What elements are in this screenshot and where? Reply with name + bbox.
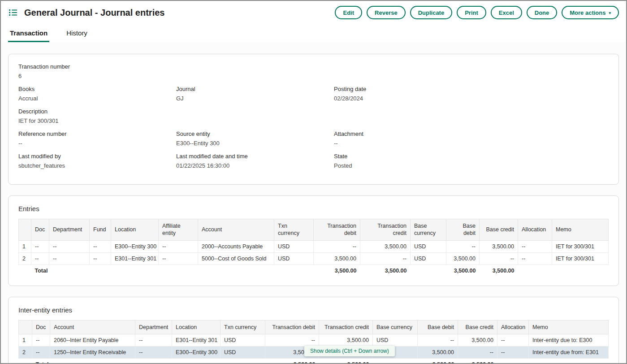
- table-cell: --: [360, 252, 411, 264]
- total-cell: [411, 264, 446, 277]
- table-cell: 3,500.00: [418, 346, 458, 358]
- transaction-details-grid: Transaction number6BooksAccrualJournalGJ…: [18, 63, 609, 175]
- more-actions-button[interactable]: More actions ▾: [562, 6, 619, 19]
- column-header[interactable]: Department: [135, 320, 172, 334]
- edit-button[interactable]: Edit: [335, 6, 362, 19]
- table-cell: --: [480, 252, 518, 264]
- column-header[interactable]: Transaction credit: [360, 219, 411, 241]
- column-header[interactable]: Base credit: [458, 320, 497, 334]
- print-button[interactable]: Print: [457, 6, 486, 19]
- column-header[interactable]: Base currency: [373, 320, 418, 334]
- column-header[interactable]: Transaction debit: [314, 219, 360, 241]
- table-cell: Inter-entity due from: E301: [529, 346, 609, 358]
- table-cell: --: [31, 252, 49, 264]
- table-cell: --: [497, 346, 529, 358]
- column-header[interactable]: Allocation: [497, 320, 529, 334]
- table-cell: --: [159, 240, 198, 252]
- column-header[interactable]: Memo: [529, 320, 609, 334]
- column-header[interactable]: Base debit: [418, 320, 458, 334]
- total-row: Total3,500.003,500.003,500.003,500.00: [19, 358, 609, 363]
- column-header[interactable]: Affiliate entity: [159, 219, 198, 241]
- column-header[interactable]: Base currency: [411, 219, 446, 241]
- total-cell: [159, 264, 198, 277]
- total-label: Total: [32, 358, 50, 363]
- column-header[interactable]: Doc: [32, 320, 50, 334]
- detail-field: DescriptionIET for 300/301: [18, 108, 176, 124]
- table-row[interactable]: 1--2060--Inter Entity Payable--E301--Ent…: [19, 334, 609, 346]
- total-cell: [274, 264, 314, 277]
- table-cell: 1: [19, 240, 31, 252]
- table-cell: --: [49, 240, 90, 252]
- column-header[interactable]: Transaction credit: [319, 320, 373, 334]
- column-header[interactable]: Transaction debit: [265, 320, 319, 334]
- more-actions-label: More actions: [570, 9, 605, 16]
- tab-history[interactable]: History: [65, 26, 89, 42]
- table-cell: --: [31, 240, 49, 252]
- detail-value: sbutcher_features: [18, 162, 176, 169]
- list-menu-icon[interactable]: [8, 8, 18, 17]
- table-cell: --: [314, 240, 360, 252]
- table-cell: 2: [19, 346, 32, 358]
- excel-button[interactable]: Excel: [491, 6, 522, 19]
- duplicate-button[interactable]: Duplicate: [410, 6, 453, 19]
- column-header[interactable]: [19, 219, 31, 241]
- total-cell: 3,500.00: [446, 264, 480, 277]
- detail-value: --: [334, 140, 609, 147]
- column-header[interactable]: Department: [49, 219, 90, 241]
- table-cell: --: [418, 334, 458, 346]
- table-cell: --: [90, 252, 111, 264]
- tab-transaction[interactable]: Transaction: [8, 26, 49, 42]
- column-header[interactable]: Txn currency: [274, 219, 314, 241]
- table-cell: 1: [19, 334, 32, 346]
- column-header[interactable]: Doc: [31, 219, 49, 241]
- table-cell: --: [135, 334, 172, 346]
- table-header-row: DocDepartmentFundLocationAffiliate entit…: [19, 219, 609, 241]
- total-cell: 3,500.00: [314, 264, 360, 277]
- inter-entity-table: DocAccountDepartmentLocationTxn currency…: [18, 320, 609, 364]
- column-header[interactable]: Allocation: [518, 219, 552, 241]
- table-cell: USD: [274, 240, 314, 252]
- total-cell: [135, 358, 172, 363]
- column-header[interactable]: Base debit: [446, 219, 480, 241]
- table-row[interactable]: 1------E300--Entity 300--2000--Accounts …: [19, 240, 609, 252]
- table-cell: USD: [221, 346, 265, 358]
- detail-row: Reference number--Source entityE300--Ent…: [18, 130, 609, 153]
- column-header[interactable]: Account: [50, 320, 135, 334]
- detail-label: Source entity: [176, 130, 334, 137]
- done-button[interactable]: Done: [527, 6, 558, 19]
- reverse-button[interactable]: Reverse: [367, 6, 406, 19]
- column-header[interactable]: [19, 320, 32, 334]
- column-header[interactable]: Fund: [90, 219, 111, 241]
- table-cell: 3,500.00: [314, 252, 360, 264]
- transaction-details-card: Transaction number6BooksAccrualJournalGJ…: [8, 54, 619, 185]
- total-cell: [221, 358, 265, 363]
- total-cell: [373, 358, 418, 363]
- column-header[interactable]: Location: [111, 219, 159, 241]
- detail-value: --: [18, 140, 176, 147]
- table-cell: USD: [411, 240, 446, 252]
- total-cell: 3,500.00: [360, 264, 411, 277]
- total-cell: [19, 358, 32, 363]
- table-row[interactable]: 2------E301--Entity 301--5000--Cost of G…: [19, 252, 609, 264]
- table-cell: E301--Entity 301: [111, 252, 159, 264]
- detail-label: Journal: [176, 86, 334, 92]
- detail-row: Transaction number6: [18, 63, 609, 86]
- table-cell: E301--Entity 301: [172, 334, 221, 346]
- table-cell: --: [32, 334, 50, 346]
- column-header[interactable]: Base credit: [480, 219, 518, 241]
- detail-value: Posted: [334, 162, 609, 169]
- top-bar: General Journal - Journal entries Edit R…: [1, 1, 626, 24]
- column-header[interactable]: Memo: [552, 219, 609, 241]
- column-header[interactable]: Txn currency: [221, 320, 265, 334]
- app-window: General Journal - Journal entries Edit R…: [0, 0, 627, 364]
- column-header[interactable]: Account: [198, 219, 274, 241]
- table-cell: 3,500.00: [360, 240, 411, 252]
- total-cell: 3,500.00: [319, 358, 373, 363]
- table-cell: Inter-entity due to: E300: [529, 334, 609, 346]
- detail-label: Reference number: [18, 130, 176, 137]
- column-header[interactable]: Location: [172, 320, 221, 334]
- total-cell: [172, 358, 221, 363]
- total-cell: [19, 264, 31, 277]
- total-row: Total3,500.003,500.003,500.003,500.00: [19, 264, 609, 277]
- total-label: Total: [31, 264, 49, 277]
